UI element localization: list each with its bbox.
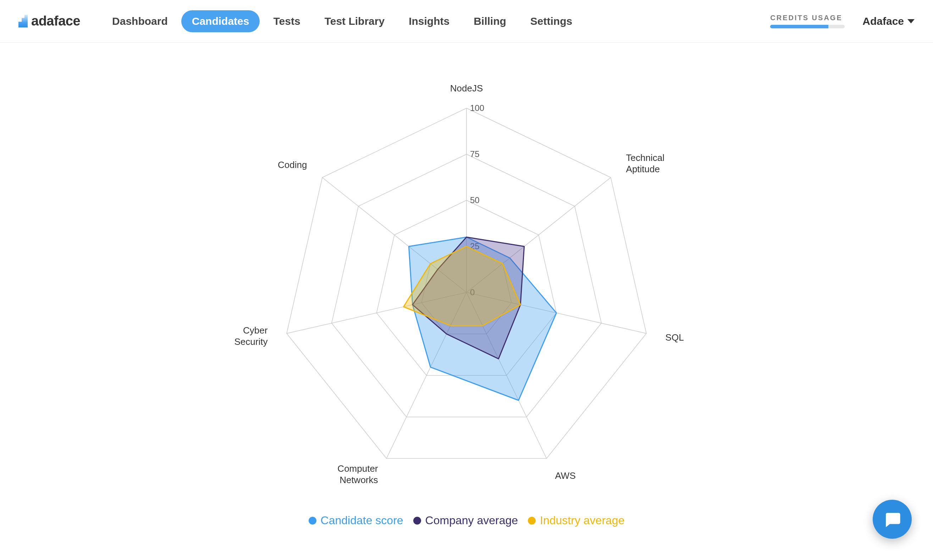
brand-name: adaface <box>31 14 80 29</box>
credits-bar <box>770 25 845 28</box>
account-label: Adaface <box>862 15 904 27</box>
legend-item-candidate[interactable]: Candidate score <box>308 514 403 527</box>
radar-axis-label: Coding <box>278 160 307 170</box>
nav-link-settings[interactable]: Settings <box>520 10 583 32</box>
nav-link-candidates[interactable]: Candidates <box>181 10 260 32</box>
nav-link-tests[interactable]: Tests <box>262 10 311 32</box>
legend-label: Industry average <box>540 514 625 527</box>
top-nav: adaface DashboardCandidatesTestsTest Lib… <box>0 0 933 43</box>
legend-label: Candidate score <box>321 514 403 527</box>
brand-logo-icon <box>19 15 28 28</box>
credits-usage[interactable]: CREDITS USAGE <box>770 14 845 28</box>
chart-legend: Candidate scoreCompany averageIndustry a… <box>308 514 625 527</box>
account-menu[interactable]: Adaface <box>862 15 914 27</box>
radar-tick-label: 100 <box>470 103 484 113</box>
radar-tick-label: 75 <box>470 149 480 159</box>
legend-swatch-icon <box>528 517 536 525</box>
radar-chart-section: 0255075100NodeJSTechnicalAptitudeSQLAWSC… <box>0 43 933 527</box>
radar-axis-label: SQL <box>666 332 684 343</box>
legend-item-company[interactable]: Company average <box>413 514 518 527</box>
legend-swatch-icon <box>413 517 421 525</box>
credits-label: CREDITS USAGE <box>770 14 842 22</box>
nav-links: DashboardCandidatesTestsTest LibraryInsi… <box>102 10 583 32</box>
radar-axis-label: Security <box>234 336 267 347</box>
radar-axis-label: NodeJS <box>450 83 483 94</box>
radar-axis-label: Technical <box>626 152 665 163</box>
nav-link-dashboard[interactable]: Dashboard <box>102 10 179 32</box>
radar-axis-label: AWS <box>555 470 575 481</box>
radar-chart: 0255075100NodeJSTechnicalAptitudeSQLAWSC… <box>200 57 733 507</box>
radar-axis-label: Cyber <box>243 325 268 335</box>
chat-icon <box>883 510 902 529</box>
legend-swatch-icon <box>308 517 316 525</box>
radar-axis-label: Networks <box>339 475 378 485</box>
nav-link-insights[interactable]: Insights <box>398 10 460 32</box>
radar-axis-label: Computer <box>338 463 378 474</box>
legend-label: Company average <box>426 514 518 527</box>
credits-fill <box>770 25 828 28</box>
radar-axis-label: Aptitude <box>626 164 660 174</box>
radar-tick-label: 50 <box>470 195 480 205</box>
nav-link-test-library[interactable]: Test Library <box>314 10 396 32</box>
chat-launcher[interactable] <box>873 500 912 539</box>
brand[interactable]: adaface <box>19 14 80 29</box>
legend-item-industry[interactable]: Industry average <box>528 514 625 527</box>
chevron-down-icon <box>907 19 914 23</box>
nav-link-billing[interactable]: Billing <box>463 10 517 32</box>
